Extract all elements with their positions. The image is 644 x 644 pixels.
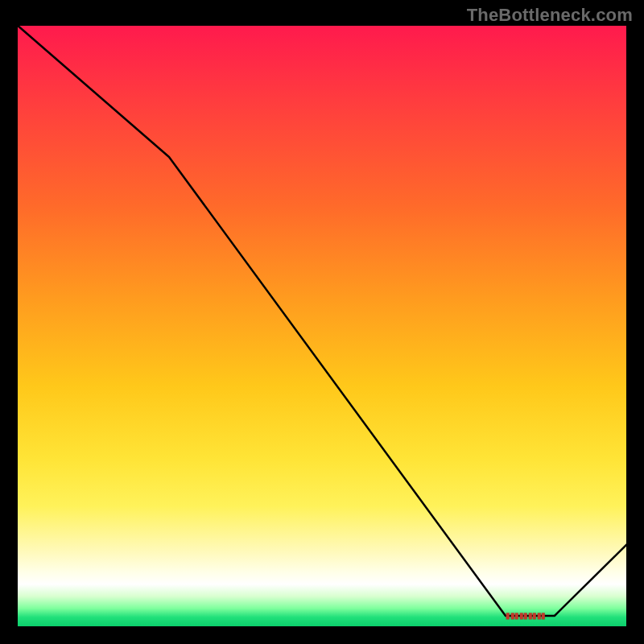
plot-area: ▮▮▮▮▮▮▮▮▮ [16, 24, 628, 628]
watermark-text: TheBottleneck.com [467, 5, 633, 26]
chart-stage: TheBottleneck.com ▮▮▮▮▮▮▮▮▮ [0, 0, 644, 644]
axes-frame [16, 24, 628, 628]
